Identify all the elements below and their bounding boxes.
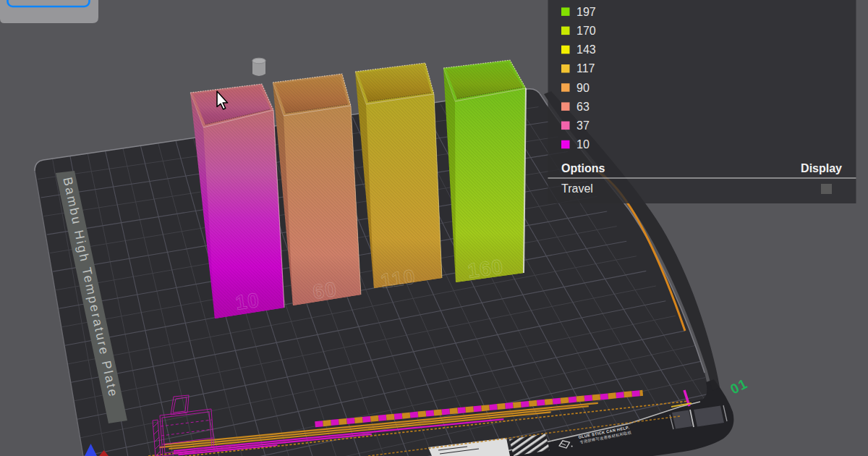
svg-text:197: 197 <box>576 6 596 18</box>
svg-text:143: 143 <box>576 43 596 56</box>
svg-text:63: 63 <box>576 101 590 113</box>
svg-text:Travel: Travel <box>561 182 593 195</box>
svg-text:Options: Options <box>561 162 605 174</box>
svg-text:110: 110 <box>380 266 417 292</box>
svg-text:170: 170 <box>576 25 596 37</box>
svg-text:10: 10 <box>576 138 590 151</box>
svg-text:37: 37 <box>576 119 590 132</box>
svg-text:Display: Display <box>801 162 842 174</box>
svg-text:90: 90 <box>576 82 590 94</box>
svg-text:10: 10 <box>234 289 261 314</box>
svg-text:60: 60 <box>312 278 339 303</box>
svg-text:117: 117 <box>576 62 595 75</box>
